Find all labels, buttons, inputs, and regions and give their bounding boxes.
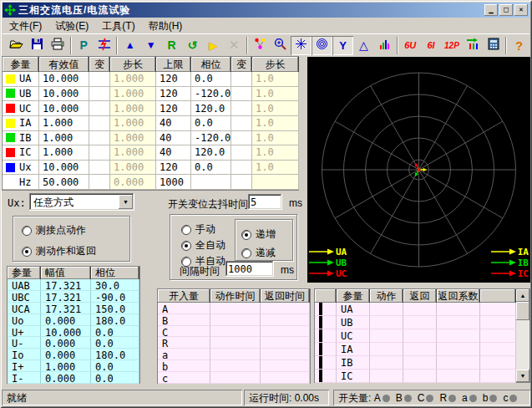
step-cell[interactable]: 1.000 bbox=[110, 116, 156, 131]
vary-cell[interactable] bbox=[231, 116, 252, 131]
scroll-up-icon[interactable]: ▲ bbox=[516, 289, 529, 302]
phase-cell[interactable]: 0.0 bbox=[191, 72, 231, 87]
debounce-input[interactable] bbox=[248, 194, 282, 210]
print-button[interactable] bbox=[48, 36, 68, 55]
phase-step-cell[interactable]: 1.0 bbox=[252, 101, 299, 116]
phase-step-cell[interactable]: 1.0 bbox=[252, 116, 299, 131]
step-cell[interactable]: 1.000 bbox=[110, 161, 156, 176]
limit-cell[interactable]: 120 bbox=[156, 161, 191, 176]
vary-cell[interactable] bbox=[89, 161, 110, 176]
checkbox-icon[interactable] bbox=[319, 343, 322, 356]
calculator-button[interactable] bbox=[483, 36, 504, 55]
phase-step-cell[interactable]: 1.0 bbox=[252, 145, 299, 161]
checkbox-icon[interactable] bbox=[319, 329, 322, 343]
vary-cell[interactable] bbox=[89, 72, 110, 87]
menu-tools[interactable]: 工具(T) bbox=[95, 18, 141, 35]
run-mode-option[interactable]: 全自动 bbox=[181, 238, 225, 252]
step-cell[interactable]: 1.000 bbox=[110, 101, 156, 116]
phase-step-cell[interactable]: 1.0 bbox=[252, 87, 299, 102]
rays-view-toggle[interactable] bbox=[291, 36, 312, 55]
vertical-scrollbar[interactable]: ▲ ▼ bbox=[516, 289, 529, 382]
step-up-button[interactable]: ▲ bbox=[119, 36, 140, 55]
vary-cell[interactable] bbox=[89, 175, 110, 190]
radio-icon[interactable] bbox=[241, 248, 251, 258]
radio-icon[interactable] bbox=[22, 226, 32, 236]
rms-value-cell[interactable]: 10.000 bbox=[39, 101, 89, 116]
wiring-button[interactable] bbox=[250, 36, 271, 55]
vary-cell[interactable] bbox=[231, 101, 252, 116]
rms-value-cell[interactable]: 1.000 bbox=[39, 145, 89, 161]
close-button[interactable]: ✕ bbox=[514, 4, 528, 16]
radio-icon[interactable] bbox=[181, 225, 191, 235]
limit-cell[interactable]: 120 bbox=[156, 72, 191, 87]
undo-button[interactable]: ↺ bbox=[182, 36, 203, 55]
checkbox-icon[interactable] bbox=[319, 316, 322, 329]
step-down-button[interactable]: ▼ bbox=[140, 36, 161, 55]
vary-cell[interactable] bbox=[231, 145, 252, 161]
chevron-down-icon[interactable]: ▼ bbox=[119, 195, 133, 209]
rms-value-cell[interactable]: 10.000 bbox=[39, 87, 89, 102]
bars-view-button[interactable] bbox=[374, 36, 395, 55]
phase-cell[interactable] bbox=[191, 175, 231, 190]
vary-cell[interactable] bbox=[89, 101, 110, 116]
save-button[interactable] bbox=[27, 36, 48, 55]
rms-value-cell[interactable]: 1.000 bbox=[39, 116, 89, 131]
vary-cell[interactable] bbox=[231, 131, 252, 146]
phase-cell[interactable]: -120.0 bbox=[191, 131, 231, 146]
wye-view-toggle[interactable]: Y bbox=[332, 36, 353, 55]
maximize-button[interactable]: □ bbox=[499, 4, 513, 16]
twelve-p-button[interactable]: 12P bbox=[442, 36, 463, 55]
phase-cell[interactable]: 0.0 bbox=[191, 161, 231, 176]
rms-value-cell[interactable]: 50.000 bbox=[39, 175, 89, 190]
limit-cell[interactable]: 120 bbox=[156, 101, 191, 116]
vary-cell[interactable] bbox=[89, 131, 110, 146]
limit-cell[interactable]: 1000 bbox=[156, 175, 191, 190]
start-button[interactable]: ▶ bbox=[203, 36, 224, 55]
phase-step-cell[interactable] bbox=[252, 175, 299, 190]
six-i-button[interactable]: 6I bbox=[421, 36, 442, 55]
vary-cell[interactable] bbox=[231, 161, 252, 176]
checkbox-icon[interactable] bbox=[319, 370, 322, 383]
trigger-mode-option[interactable]: 测接点动作 bbox=[22, 223, 129, 237]
menu-help[interactable]: 帮助(H) bbox=[142, 18, 190, 35]
pause-p-button[interactable]: P bbox=[73, 36, 94, 55]
limit-cell[interactable]: 40 bbox=[156, 131, 191, 146]
vary-cell[interactable] bbox=[89, 87, 110, 102]
radio-icon[interactable] bbox=[22, 247, 32, 257]
direction-option[interactable]: 递减 bbox=[241, 246, 276, 260]
six-u-button[interactable]: 6U bbox=[400, 36, 421, 55]
fault-button[interactable] bbox=[94, 36, 115, 55]
phase-cell[interactable]: 120.0 bbox=[191, 145, 231, 161]
step-cell[interactable]: 1.000 bbox=[110, 87, 156, 102]
scroll-down-icon[interactable]: ▼ bbox=[516, 370, 529, 382]
step-cell[interactable]: 1.000 bbox=[110, 72, 156, 87]
phase-cell[interactable]: 120.0 bbox=[191, 101, 231, 116]
checkbox-icon[interactable] bbox=[319, 356, 322, 370]
step-cell[interactable]: 1.000 bbox=[110, 145, 156, 161]
radio-icon[interactable] bbox=[241, 230, 251, 240]
minimize-button[interactable]: ▁ bbox=[484, 4, 498, 16]
phase-step-cell[interactable]: 1.0 bbox=[252, 131, 299, 146]
limit-cell[interactable]: 40 bbox=[156, 145, 191, 161]
reset-button[interactable]: R bbox=[161, 36, 182, 55]
vary-cell[interactable] bbox=[231, 87, 252, 102]
rms-value-cell[interactable]: 10.000 bbox=[39, 72, 89, 87]
trigger-mode-option[interactable]: 测动作和返回 bbox=[22, 244, 129, 258]
phase-cell[interactable]: 0.0 bbox=[191, 116, 231, 131]
zoom-button[interactable] bbox=[271, 36, 291, 55]
delta-view-button[interactable]: △ bbox=[353, 36, 374, 55]
rms-value-cell[interactable]: 1.000 bbox=[39, 131, 89, 146]
vary-cell[interactable] bbox=[231, 72, 252, 87]
step-cell[interactable]: 1.000 bbox=[110, 131, 156, 146]
limit-cell[interactable]: 120 bbox=[156, 87, 191, 102]
scroll-thumb[interactable] bbox=[516, 302, 529, 320]
menu-test[interactable]: 试验(E) bbox=[48, 18, 95, 35]
phase-step-cell[interactable]: 1.0 bbox=[252, 72, 299, 87]
radio-icon[interactable] bbox=[181, 241, 191, 251]
ux-mode-select[interactable]: 任意方式 ▼ bbox=[29, 193, 134, 211]
vary-cell[interactable] bbox=[231, 175, 252, 190]
limit-cell[interactable]: 40 bbox=[156, 116, 191, 131]
help-button[interactable]: ? bbox=[509, 36, 529, 55]
rms-value-cell[interactable]: 10.000 bbox=[39, 161, 89, 176]
vary-cell[interactable] bbox=[89, 116, 110, 131]
